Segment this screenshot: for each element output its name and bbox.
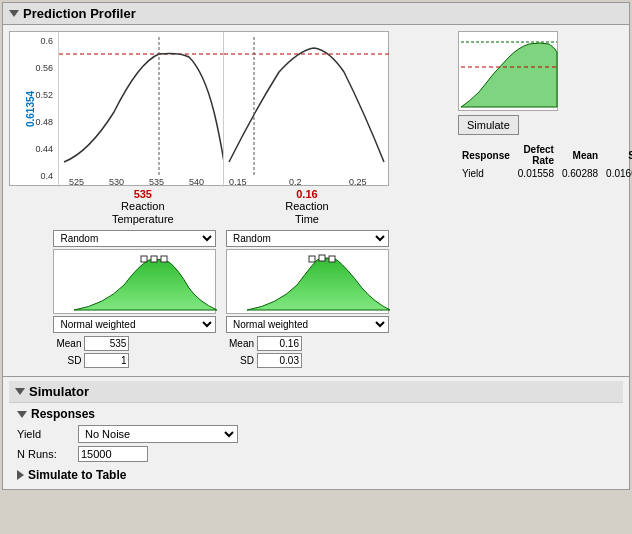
noise-select[interactable]: No Noise Add Noise — [78, 425, 238, 443]
simulator-title: Simulator — [29, 384, 89, 399]
svg-text:530: 530 — [109, 177, 124, 187]
dist-col2-mean-row: Mean — [226, 336, 389, 351]
svg-rect-11 — [141, 256, 147, 262]
dist-col1-random-select[interactable]: Random — [53, 230, 216, 247]
simulator-section: Simulator Responses Yield No Noise Add N… — [3, 376, 629, 489]
reaction-time-chart: 0.15 0.2 0.25 — [223, 32, 388, 187]
dist-col2-sd-row: SD — [226, 353, 389, 368]
responses-section: Responses Yield No Noise Add Noise N Run… — [17, 407, 623, 462]
result-sd: 0.01605 — [602, 167, 632, 180]
results-table: Response DefectRate Mean SD Yield 0.0155… — [458, 143, 623, 180]
svg-rect-12 — [151, 256, 157, 262]
dist-col1: Random — [53, 230, 216, 370]
dist-col1-mean-input[interactable] — [84, 336, 129, 351]
col-response: Response — [458, 143, 514, 167]
temp-current-val: 535 — [61, 188, 225, 200]
responses-header: Responses — [17, 407, 623, 421]
col-sd: SD — [602, 143, 632, 167]
y-axis: 0.61354 0.6 0.56 0.52 0.48 0.44 0.4 — [10, 32, 58, 185]
panel-title: Prediction Profiler — [23, 6, 136, 21]
svg-rect-14 — [309, 256, 315, 262]
simulator-collapse-icon[interactable] — [15, 388, 25, 395]
svg-text:0.25: 0.25 — [349, 177, 367, 187]
dist-col2: Random — [226, 230, 389, 370]
dist-col2-chart — [226, 249, 389, 314]
x-axis-titles: 535 Reaction Temperature 0.16 Reaction T… — [9, 188, 389, 226]
yield-row: Yield No Noise Add Noise — [17, 425, 623, 443]
svg-text:0.2: 0.2 — [289, 177, 302, 187]
svg-text:525: 525 — [69, 177, 84, 187]
result-response: Yield — [458, 167, 514, 180]
col-mean: Mean — [558, 143, 602, 167]
dist-col1-chart — [53, 249, 216, 314]
simulate-button[interactable]: Simulate — [458, 115, 519, 135]
dist-col1-normal-select[interactable]: Normal weighted — [53, 316, 216, 333]
n-runs-row: N Runs: — [17, 446, 623, 462]
left-section: 0.61354 0.6 0.56 0.52 0.48 0.44 0.4 — [9, 31, 452, 370]
temp-axis-info: 535 Reaction Temperature — [61, 188, 225, 226]
reaction-temp-chart: 525 530 535 540 — [58, 32, 223, 187]
charts-row: 0.61354 0.6 0.56 0.52 0.48 0.44 0.4 — [9, 31, 452, 186]
distribution-section: Random — [9, 230, 389, 370]
main-chart-container: 0.61354 0.6 0.56 0.52 0.48 0.44 0.4 — [9, 31, 389, 186]
svg-text:535: 535 — [149, 177, 164, 187]
simulate-to-table-row[interactable]: Simulate to Table — [9, 465, 623, 485]
dist-col2-random-select[interactable]: Random — [226, 230, 389, 247]
svg-text:540: 540 — [189, 177, 204, 187]
dist-row: Random — [9, 230, 389, 370]
col-defect-rate: DefectRate — [514, 143, 558, 167]
thumbnail-chart — [458, 31, 558, 111]
simulator-header: Simulator — [9, 381, 623, 403]
dist-col2-mean-input[interactable] — [257, 336, 302, 351]
svg-rect-15 — [319, 255, 325, 261]
time-current-val: 0.16 — [225, 188, 389, 200]
n-runs-input[interactable] — [78, 446, 148, 462]
collapse-icon[interactable] — [9, 10, 19, 17]
prediction-profiler-header: Prediction Profiler — [3, 3, 629, 25]
temp-axis-title: Reaction Temperature — [61, 200, 225, 226]
reaction-time-svg: 0.15 0.2 0.25 — [224, 32, 389, 187]
right-section: Simulate Response DefectRate Mean SD — [458, 31, 623, 370]
time-axis-info: 0.16 Reaction Time — [225, 188, 389, 226]
dist-col2-sd-input[interactable] — [257, 353, 302, 368]
result-defect-rate: 0.01558 — [514, 167, 558, 180]
yield-label: Yield — [17, 428, 72, 440]
svg-rect-16 — [329, 256, 335, 262]
svg-text:0.15: 0.15 — [229, 177, 247, 187]
y-current-value: 0.61354 — [25, 90, 36, 126]
time-axis-title: Reaction Time — [225, 200, 389, 226]
table-row: Yield 0.01558 0.60288 0.01605 — [458, 167, 632, 180]
y-ticks: 0.6 0.56 0.52 0.48 0.44 0.4 — [16, 36, 56, 181]
simulate-table-icon — [17, 470, 24, 480]
dist-col2-normal-select[interactable]: Normal weighted — [226, 316, 389, 333]
dist-col1-sd-row: SD — [53, 353, 216, 368]
result-mean: 0.60288 — [558, 167, 602, 180]
responses-collapse-icon[interactable] — [17, 411, 27, 418]
svg-rect-13 — [161, 256, 167, 262]
n-runs-label: N Runs: — [17, 448, 72, 460]
reaction-temp-svg: 525 530 535 540 — [59, 32, 224, 187]
dist-col1-sd-input[interactable] — [84, 353, 129, 368]
dist-col1-mean-row: Mean — [53, 336, 216, 351]
simulate-table-label: Simulate to Table — [28, 468, 126, 482]
